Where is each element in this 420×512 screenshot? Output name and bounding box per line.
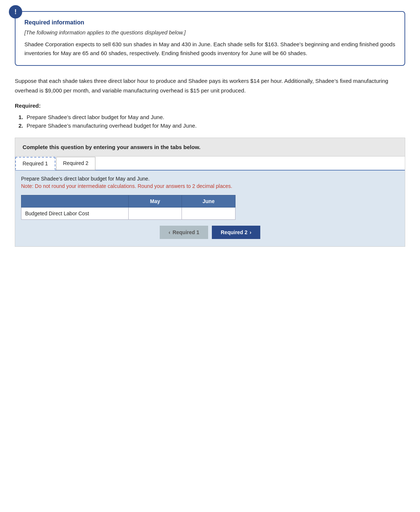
table-header-empty [21,195,129,208]
row-label: Budgeted Direct Labor Cost [21,208,129,220]
tab-note: Note: Do not round your intermediate cal… [21,183,399,189]
required-info-subtitle: [The following information applies to th… [24,30,396,36]
next-label: Required 2 [221,229,247,235]
list-item-num: 2. [18,122,24,129]
tab-description: Prepare Shadee’s direct labor budget for… [21,176,399,182]
prev-label: Required 1 [173,229,199,235]
june-input-cell[interactable] [182,208,236,220]
required-label: Required: [15,102,405,109]
tab-required-1[interactable]: Required 1 [15,157,55,170]
table-header-june: June [182,195,236,208]
scenario-text: Suppose that each shade takes three dire… [15,76,405,95]
list-item-text: Prepare Shadee’s direct labor budget for… [27,114,164,120]
list-item-num: 1. [18,114,24,120]
next-button[interactable]: Required 2 › [212,226,260,239]
may-input-cell[interactable] [128,208,182,220]
required-info-box: ! Required information [The following in… [15,11,405,66]
exclamation-icon: ! [9,5,22,18]
list-item-text: Prepare Shadee’s manufacturing overhead … [27,122,197,129]
budget-table: May June Budgeted Direct Labor Cost [21,195,236,220]
list-item: 1. Prepare Shadee’s direct labor budget … [18,114,405,120]
prev-button[interactable]: ‹ Required 1 [160,226,208,239]
table-header-may: May [128,195,182,208]
tab-content: Prepare Shadee’s direct labor budget for… [15,171,405,246]
prev-icon: ‹ [169,229,170,235]
may-input[interactable] [129,208,182,219]
required-info-body: Shadee Corporation expects to sell 630 s… [24,40,396,58]
tab-required-2[interactable]: Required 2 [56,157,96,170]
tabs-row: Required 1 Required 2 [15,156,405,171]
required-list: 1. Prepare Shadee’s direct labor budget … [15,114,405,129]
complete-box: Complete this question by entering your … [15,138,405,156]
june-input[interactable] [182,208,235,219]
nav-buttons-row: ‹ Required 1 Required 2 › [21,226,399,239]
complete-box-title: Complete this question by entering your … [23,144,200,150]
table-row: Budgeted Direct Labor Cost [21,208,236,220]
tabs-area: Required 1 Required 2 Prepare Shadee’s d… [15,156,405,247]
required-info-title: Required information [24,19,396,26]
list-item: 2. Prepare Shadee’s manufacturing overhe… [18,122,405,129]
next-icon: › [250,229,251,235]
